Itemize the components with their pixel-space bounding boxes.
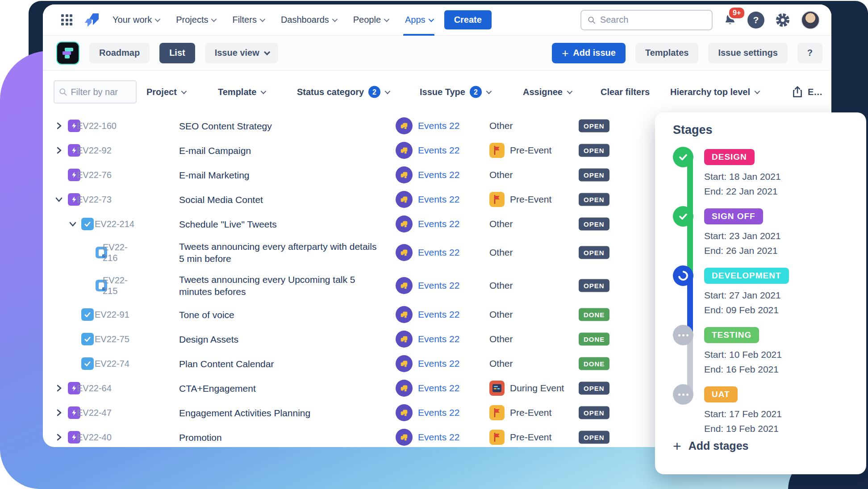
row-expand-chevron[interactable]	[55, 409, 63, 417]
project-cell: Events 22	[396, 166, 459, 183]
project-avatar-icon	[396, 306, 413, 323]
project-avatar-icon	[396, 331, 413, 348]
status-badge[interactable]: DONE	[579, 357, 609, 370]
filter-issue-type-dropdown[interactable]: Issue Type 2	[420, 86, 490, 98]
add-issue-button[interactable]: + Add issue	[552, 43, 626, 63]
status-badge[interactable]: OPEN	[579, 246, 609, 259]
issue-summary: Engagement Activities Planning	[179, 406, 380, 419]
settings-gear-icon[interactable]	[775, 12, 790, 28]
row-expand-chevron[interactable]	[55, 195, 63, 203]
issue-key-link[interactable]: EV22-160	[77, 120, 117, 131]
nav-item-apps[interactable]: Apps	[405, 4, 433, 36]
nav-item-filters[interactable]: Filters	[232, 4, 263, 36]
issue-type-label: Other	[489, 309, 513, 320]
project-link[interactable]: Events 22	[418, 120, 459, 131]
issue-summary: CTA+Engagement	[179, 382, 380, 394]
chevron-down-icon	[384, 17, 390, 22]
tab-issue-view[interactable]: Issue view	[205, 43, 278, 63]
status-badge[interactable]: OPEN	[579, 381, 609, 394]
issue-type-label: Pre-Event	[510, 145, 551, 156]
project-link[interactable]: Events 22	[418, 334, 459, 344]
issue-key-link[interactable]: EV22-40	[77, 432, 112, 442]
check-icon	[678, 211, 689, 222]
issue-key-link[interactable]: EV22-47	[77, 407, 112, 418]
project-link[interactable]: Events 22	[418, 432, 459, 443]
issue-key-link[interactable]: EV22-92	[77, 145, 112, 155]
issue-key-link[interactable]: EV22-91	[95, 309, 129, 319]
search-icon	[59, 87, 67, 97]
stage-state-icon	[673, 325, 693, 345]
project-link[interactable]: Events 22	[418, 383, 459, 394]
export-icon	[792, 86, 803, 98]
project-link[interactable]: Events 22	[418, 247, 459, 258]
stage-start-date: Start: 23 Jan 2021	[704, 228, 781, 243]
status-badge[interactable]: OPEN	[579, 168, 609, 181]
project-avatar-icon	[396, 191, 413, 208]
issue-key-link[interactable]: EV22-76	[77, 170, 112, 180]
filter-status-category-dropdown[interactable]: Status category 2	[297, 86, 389, 98]
project-link[interactable]: Events 22	[418, 170, 459, 180]
help-icon[interactable]: ?	[747, 12, 764, 29]
project-cell: Events 22	[396, 404, 459, 421]
issue-key-link[interactable]: EV22-216	[103, 242, 131, 263]
chevron-down-icon	[332, 17, 338, 22]
hierarchy-dropdown[interactable]: Hierarchy top level	[670, 87, 759, 97]
nav-item-projects[interactable]: Projects	[176, 4, 215, 36]
project-link[interactable]: Events 22	[418, 309, 459, 320]
project-link[interactable]: Events 22	[418, 145, 459, 156]
project-link[interactable]: Events 22	[418, 219, 459, 229]
stage-item: UAT Start: 17 Feb 2021 End: 19 Feb 2021	[673, 384, 782, 436]
filter-template-dropdown[interactable]: Template	[218, 87, 265, 97]
row-expand-chevron[interactable]	[55, 384, 63, 392]
row-expand-chevron[interactable]	[55, 146, 63, 154]
notifications-bell-icon[interactable]: 9+	[723, 12, 737, 28]
issue-type-cell: Pre-Event	[489, 143, 551, 158]
project-cell: Events 22	[396, 244, 459, 261]
row-expand-chevron[interactable]	[69, 220, 77, 228]
tab-list[interactable]: List	[159, 43, 195, 63]
issue-key-link[interactable]: EV22-215	[103, 275, 131, 296]
pre-event-icon	[489, 405, 505, 420]
row-expand-chevron[interactable]	[55, 122, 63, 130]
issue-settings-button[interactable]: Issue settings	[708, 43, 787, 63]
status-badge[interactable]: OPEN	[579, 144, 609, 157]
nav-item-dashboards[interactable]: Dashboards	[281, 4, 336, 36]
jira-logo-icon[interactable]	[84, 12, 100, 28]
nav-item-your-work[interactable]: Your work	[113, 4, 159, 36]
filter-search-input[interactable]	[54, 80, 137, 104]
user-avatar[interactable]	[801, 11, 820, 29]
status-badge[interactable]: DONE	[579, 332, 609, 345]
templates-button[interactable]: Templates	[635, 43, 698, 63]
toolbar-help-button[interactable]: ?	[797, 43, 822, 63]
project-avatar-icon	[396, 380, 413, 397]
add-stages-button[interactable]: + Add stages	[673, 439, 748, 452]
status-badge[interactable]: OPEN	[579, 279, 609, 292]
tab-roadmap[interactable]: Roadmap	[89, 43, 150, 63]
issue-key-link[interactable]: EV22-214	[95, 219, 134, 229]
status-badge[interactable]: OPEN	[579, 119, 609, 132]
project-link[interactable]: Events 22	[418, 407, 459, 418]
project-link[interactable]: Events 22	[418, 280, 459, 291]
nav-item-people[interactable]: People	[353, 4, 388, 36]
project-link[interactable]: Events 22	[418, 358, 459, 369]
project-link[interactable]: Events 22	[418, 194, 459, 205]
status-badge[interactable]: OPEN	[579, 217, 609, 230]
create-button[interactable]: Create	[444, 10, 492, 29]
issue-key-link[interactable]: EV22-64	[77, 383, 112, 393]
search-input[interactable]	[580, 10, 713, 30]
app-switcher-icon[interactable]	[58, 12, 75, 28]
issue-key-link[interactable]: EV22-75	[95, 334, 129, 344]
filter-assignee-dropdown[interactable]: Assignee	[523, 87, 571, 97]
status-badge[interactable]: DONE	[579, 308, 609, 321]
issue-key-link[interactable]: EV22-74	[95, 358, 129, 369]
issue-summary: Social Media Contet	[179, 193, 380, 205]
status-badge[interactable]: OPEN	[579, 406, 609, 419]
filter-project-dropdown[interactable]: Project	[146, 87, 185, 97]
issue-summary: Promotion	[179, 431, 380, 443]
status-badge[interactable]: OPEN	[579, 431, 609, 443]
issue-key-link[interactable]: EV22-73	[77, 194, 112, 204]
export-button[interactable]: E…	[792, 86, 822, 98]
row-expand-chevron[interactable]	[55, 433, 63, 441]
status-badge[interactable]: OPEN	[579, 193, 609, 206]
clear-filters-button[interactable]: Clear filters	[601, 87, 650, 97]
